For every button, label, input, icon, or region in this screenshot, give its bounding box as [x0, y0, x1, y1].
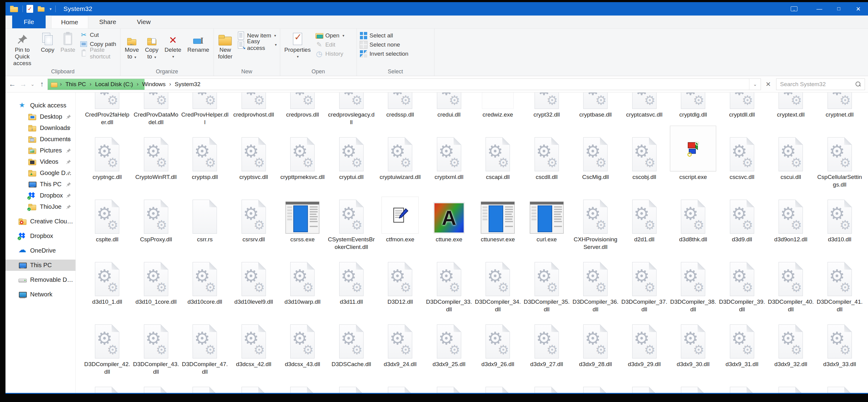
sidebar-item-this-pc[interactable]: This PC	[5, 179, 75, 190]
file-tile[interactable]: ⚙⚙CscMig.dll	[571, 133, 620, 196]
file-tile[interactable]: ⚙⚙crypt32.dll	[522, 93, 571, 133]
properties-button[interactable]: Properties ▾	[282, 30, 313, 61]
file-tile[interactable]: ⚙⚙cryptngc.dll	[83, 133, 132, 196]
history-button[interactable]: ◷ History	[314, 49, 346, 58]
sidebar-item-desktop[interactable]: Desktop	[5, 111, 75, 122]
file-tile[interactable]: ⚙⚙cscui.dll	[766, 133, 815, 196]
properties-quick-icon[interactable]: ✓	[27, 5, 33, 13]
file-tile[interactable]: ⚙⚙D3DCompiler_34.dll	[473, 258, 522, 321]
select-none-button[interactable]: Select none	[359, 40, 410, 49]
file-tile[interactable]: ⚙⚙d3d11.dll	[327, 258, 376, 321]
file-tile[interactable]: ⚙⚙csrsrv.dll	[229, 196, 278, 258]
file-tile-partial[interactable]: ⚙⚙	[571, 383, 620, 393]
file-tile[interactable]: ⚙⚙d3dx9_32.dll	[766, 321, 815, 383]
file-tile-partial[interactable]: ⚙⚙	[766, 383, 815, 393]
file-tile[interactable]: ⚙⚙CredProv2faHelper.dll	[83, 93, 132, 133]
invert-selection-button[interactable]: Invert selection	[359, 49, 410, 58]
file-tile[interactable]: ⚙⚙cryptcatsvc.dll	[620, 93, 669, 133]
file-tile[interactable]: ⚙⚙D3DCompiler_38.dll	[669, 258, 718, 321]
file-tile[interactable]: credwiz.exe	[473, 93, 522, 133]
sidebar-item-downloads[interactable]: ↓Downloads	[5, 122, 75, 133]
paste-button[interactable]: Paste	[58, 30, 78, 55]
file-tile[interactable]: ⚙⚙d3dx9_24.dll	[376, 321, 425, 383]
sidebar-item-thiojoe[interactable]: ✓ThioJoe	[5, 201, 75, 212]
forward-button[interactable]: →	[18, 80, 29, 88]
file-tile[interactable]: ⚙⚙cryptbase.dll	[571, 93, 620, 133]
file-tile[interactable]: ⚙⚙d3d10warp.dll	[278, 258, 327, 321]
file-tile[interactable]: ⚙⚙d3dcsx_42.dll	[229, 321, 278, 383]
quick-toolbar-caret-icon[interactable]: ▾	[50, 7, 52, 11]
file-tile[interactable]: ⚙⚙D3DCompiler_37.dll	[620, 258, 669, 321]
easy-access-button[interactable]: Easy access ▾	[236, 40, 278, 49]
sidebar-item-quick-access[interactable]: ★Quick access	[5, 100, 75, 111]
file-tile[interactable]: ⚙⚙d3d10level9.dll	[229, 258, 278, 321]
recent-locations-button[interactable]: ⌄	[29, 82, 36, 87]
file-tile[interactable]: ⚙⚙cryptsvc.dll	[229, 133, 278, 196]
file-tile[interactable]: ⚙⚙D3DCompiler_41.dll	[815, 258, 864, 321]
copy-button[interactable]: Copy	[38, 30, 57, 55]
file-tile[interactable]: ⚙⚙csplte.dll	[83, 196, 132, 258]
new-folder-quick-icon[interactable]	[37, 6, 45, 12]
paste-shortcut-button[interactable]: Paste shortcut	[79, 49, 118, 58]
sidebar-item-dropbox[interactable]: ✓Dropbox	[5, 230, 75, 242]
edit-button[interactable]: ✎ Edit	[314, 40, 346, 49]
file-tile[interactable]: ⚙⚙cryptxml.dll	[425, 133, 474, 196]
rename-button[interactable]: I Rename	[185, 30, 212, 55]
file-tile[interactable]: ⚙⚙credprovslegacy.dll	[327, 93, 376, 133]
file-tile-partial[interactable]: ⚙⚙	[180, 383, 229, 393]
sidebar-item-this-pc[interactable]: This PC	[5, 259, 75, 271]
file-tile[interactable]: ⚙⚙crypttpmeksvc.dll	[278, 133, 327, 196]
file-tile-partial[interactable]: ⚙⚙	[132, 383, 181, 393]
delete-button[interactable]: ✕ Delete ▾	[162, 30, 184, 61]
file-tile[interactable]: ⚙⚙d3d9.dll	[718, 196, 767, 258]
file-tile-partial[interactable]: ⚙⚙	[376, 383, 425, 393]
address-bar[interactable]: › This PC › Local Disk (C:) › Windows › …	[48, 79, 761, 90]
file-tile[interactable]: ⚙⚙cryptui.dll	[327, 133, 376, 196]
file-tile[interactable]: csrr.rs	[180, 196, 229, 258]
file-tile[interactable]: ⚙⚙cscobj.dll	[620, 133, 669, 196]
file-tile[interactable]: ⚙⚙D3DCompiler_42.dll	[83, 321, 132, 383]
file-tile[interactable]: ⚙⚙credssp.dll	[376, 93, 425, 133]
file-tile[interactable]: ⚙⚙cryptdll.dll	[718, 93, 767, 133]
file-tile[interactable]: csrss.exe	[278, 196, 327, 258]
open-button[interactable]: Open ▾	[314, 31, 346, 40]
file-tile[interactable]: cttunesvr.exe	[473, 196, 522, 258]
breadcrumb-system32[interactable]: System32	[171, 79, 204, 90]
file-tile[interactable]: ⚙⚙cryptsp.dll	[180, 133, 229, 196]
sidebar-item-removable-disk-g[interactable]: Removable Disk (G:)	[5, 274, 75, 285]
tab-file[interactable]: File	[12, 16, 45, 28]
file-tile[interactable]: ⚙⚙cscapi.dll	[473, 133, 522, 196]
tab-view[interactable]: View	[127, 16, 160, 28]
file-tile[interactable]: ⚙⚙d3dx9_27.dll	[522, 321, 571, 383]
stop-refresh-button[interactable]: ✕	[763, 81, 774, 88]
file-tile[interactable]: ⚙⚙cryptext.dll	[766, 93, 815, 133]
file-tile-partial[interactable]: ⚙⚙	[278, 383, 327, 393]
sidebar-item-pictures[interactable]: Pictures	[5, 145, 75, 156]
file-tile[interactable]: ⚙⚙d3dx9_28.dll	[571, 321, 620, 383]
file-tile-partial[interactable]: ⚙⚙	[327, 383, 376, 393]
file-tile-partial[interactable]: ⚙⚙	[425, 383, 474, 393]
file-tile[interactable]: ⚙⚙d3d10_1.dll	[83, 258, 132, 321]
file-tile-partial[interactable]: ⚙⚙	[473, 383, 522, 393]
file-tile[interactable]: ⚙⚙credprovs.dll	[278, 93, 327, 133]
file-tile[interactable]: ⚙⚙d3dx9_29.dll	[620, 321, 669, 383]
file-tile-partial[interactable]: ⚙⚙	[83, 383, 132, 393]
file-tile[interactable]: ⚙⚙cryptuiwizard.dll	[376, 133, 425, 196]
file-tile[interactable]: ⚙⚙CspCellularSettings.dll	[815, 133, 864, 196]
file-tile[interactable]: ⚙⚙D3DCompiler_39.dll	[718, 258, 767, 321]
move-to-button[interactable]: ← Move to ▾	[122, 30, 141, 62]
close-button[interactable]: ✕	[848, 2, 868, 16]
file-tile[interactable]: ⚙⚙d3d10_1core.dll	[132, 258, 181, 321]
file-tile[interactable]: ⚙⚙D3DSCache.dll	[327, 321, 376, 383]
file-tile[interactable]: ⚙⚙D3DCompiler_40.dll	[766, 258, 815, 321]
breadcrumb-windows[interactable]: Windows	[138, 79, 169, 90]
file-tile[interactable]: cscript.exe	[669, 133, 718, 196]
file-tile[interactable]: ⚙⚙D3DCompiler_35.dll	[522, 258, 571, 321]
up-button[interactable]: ↑	[36, 80, 48, 88]
file-tile[interactable]: ⚙⚙D3DCompiler_43.dll	[132, 321, 181, 383]
search-input[interactable]: Search System32	[776, 79, 865, 90]
file-tile[interactable]: ⚙⚙CXHProvisioningServer.dll	[571, 196, 620, 258]
file-tile[interactable]: ⚙⚙d3dx9_31.dll	[718, 321, 767, 383]
file-tile-partial[interactable]: ⚙⚙	[620, 383, 669, 393]
sidebar-item-dropbox[interactable]: ✓Dropbox	[5, 190, 75, 201]
